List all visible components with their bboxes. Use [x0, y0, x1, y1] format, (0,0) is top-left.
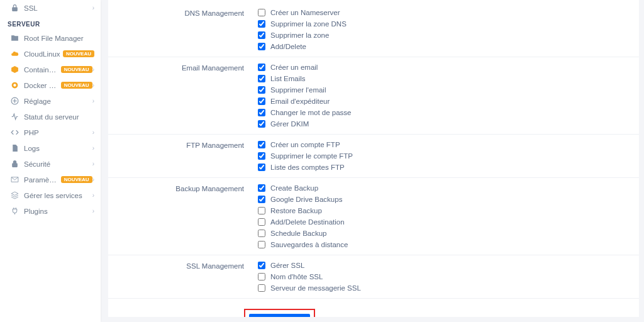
- checkbox[interactable]: [258, 218, 265, 226]
- checkbox[interactable]: [258, 43, 265, 50]
- checkbox[interactable]: [258, 31, 265, 39]
- checkbox[interactable]: [258, 241, 265, 248]
- checkbox[interactable]: [258, 273, 265, 280]
- checkbox[interactable]: [258, 86, 265, 94]
- activity-icon: [10, 113, 19, 121]
- checkbox[interactable]: [258, 9, 265, 16]
- section-ftp-management: FTP Management Créer un compte FTP Suppr…: [108, 135, 639, 178]
- section-dns-management: DNS Management Créer un Nameserver Suppr…: [108, 0, 639, 57]
- option-row[interactable]: Email d'expéditeur: [258, 97, 639, 105]
- chevron-right-icon: ›: [92, 4, 94, 11]
- checkbox[interactable]: [258, 230, 265, 237]
- section-options: Gérer SSL Nom d'hôte SSL Serveur de mess…: [258, 262, 639, 292]
- checkbox[interactable]: [258, 207, 265, 214]
- sidebar-item-php[interactable]: PHP ›: [0, 125, 101, 140]
- chevron-right-icon: ›: [92, 192, 94, 199]
- option-label: Schedule Backup: [270, 230, 327, 237]
- checkbox[interactable]: [258, 262, 265, 269]
- box-icon: [10, 65, 19, 74]
- option-row[interactable]: Serveur de messagerie SSL: [258, 284, 639, 292]
- checkbox[interactable]: [258, 97, 265, 105]
- option-row[interactable]: Add/Delete Destination: [258, 218, 639, 226]
- badge-nouveau: NOUVEAU: [61, 176, 92, 183]
- section-options: Créer un compte FTP Supprimer le compte …: [258, 141, 639, 171]
- option-row[interactable]: Schedule Backup: [258, 230, 639, 237]
- option-label: Gérer DKIM: [270, 120, 309, 128]
- sidebar-item-label: Logs: [24, 145, 92, 152]
- option-label: Gérer SSL: [270, 262, 304, 269]
- option-row[interactable]: Google Drive Backups: [258, 196, 639, 203]
- sidebar-item-gerer-services[interactable]: Gérer les services ›: [0, 187, 101, 203]
- section-options: Créer un Nameserver Supprimer la zone DN…: [258, 9, 639, 50]
- section-title: FTP Management: [108, 141, 258, 171]
- sidebar-item-plugins[interactable]: Plugins ›: [0, 203, 101, 219]
- option-row[interactable]: Gérer DKIM: [258, 120, 639, 128]
- option-label: Add/Delete: [270, 43, 306, 50]
- sidebar-item-label: Root File Manager: [24, 35, 94, 42]
- create-acl-button[interactable]: Create ACL: [249, 314, 310, 317]
- option-row[interactable]: Nom d'hôte SSL: [258, 273, 639, 280]
- checkbox[interactable]: [258, 64, 265, 71]
- option-label: Supprimer la zone DNS: [270, 20, 347, 28]
- lock-icon: [10, 160, 19, 168]
- sidebar-item-docker-manager[interactable]: Docker Manager NOUVEAU ›: [0, 77, 101, 93]
- sidebar-item-label: Réglage: [24, 97, 92, 105]
- sidebar-item-label: Docker Manager: [24, 82, 58, 89]
- option-row[interactable]: Supprimer le compte FTP: [258, 152, 639, 160]
- sidebar: SSL › SERVEUR Root File Manager CloudLin…: [0, 0, 101, 322]
- sidebar-item-cloudlinux[interactable]: CloudLinux NOUVEAU: [0, 46, 101, 62]
- option-row[interactable]: Créer un compte FTP: [258, 141, 639, 148]
- chevron-right-icon: ›: [92, 66, 94, 73]
- option-row[interactable]: Gérer SSL: [258, 262, 639, 269]
- sidebar-item-ssl[interactable]: SSL ›: [0, 0, 101, 16]
- layers-icon: [10, 191, 19, 199]
- option-row[interactable]: Create Backup: [258, 184, 639, 192]
- sidebar-item-statut-serveur[interactable]: Statut du serveur: [0, 109, 101, 125]
- checkbox[interactable]: [258, 141, 265, 148]
- option-row[interactable]: List Emails: [258, 75, 639, 82]
- sidebar-item-reglage[interactable]: Réglage ›: [0, 93, 101, 109]
- sidebar-item-parametres-messagerie[interactable]: Paramètres de messagerie NOUVEAU ›: [0, 172, 101, 187]
- option-label: Create Backup: [270, 184, 318, 192]
- option-label: Supprimer le compte FTP: [270, 152, 353, 160]
- option-row[interactable]: Sauvegardes à distance: [258, 241, 639, 248]
- option-label: Serveur de messagerie SSL: [270, 284, 361, 292]
- checkbox[interactable]: [258, 184, 265, 192]
- chevron-right-icon: ›: [92, 129, 94, 136]
- submit-area: Create ACL: [244, 309, 639, 317]
- option-row[interactable]: Restore Backup: [258, 207, 639, 214]
- sidebar-item-label: Containerization: [24, 66, 58, 74]
- chevron-right-icon: ›: [92, 97, 94, 104]
- checkbox[interactable]: [258, 109, 265, 116]
- sidebar-item-label: Sécurité: [24, 160, 92, 168]
- checkbox[interactable]: [258, 196, 265, 203]
- sidebar-item-logs[interactable]: Logs ›: [0, 140, 101, 156]
- code-icon: [10, 128, 19, 136]
- checkbox[interactable]: [258, 152, 265, 160]
- mail-icon: [10, 175, 19, 184]
- sidebar-item-securite[interactable]: Sécurité ›: [0, 156, 101, 172]
- checkbox[interactable]: [258, 20, 265, 28]
- plug-icon: [10, 207, 19, 215]
- option-row[interactable]: Supprimer la zone: [258, 31, 639, 39]
- option-row[interactable]: Créer un email: [258, 64, 639, 71]
- section-options: Créer un email List Emails Supprimer l'e…: [258, 64, 639, 128]
- chevron-right-icon: ›: [92, 208, 94, 214]
- option-row[interactable]: Créer un Nameserver: [258, 9, 639, 16]
- option-label: Restore Backup: [270, 207, 322, 214]
- checkbox[interactable]: [258, 164, 265, 171]
- option-row[interactable]: Add/Delete: [258, 43, 639, 50]
- option-row[interactable]: Supprimer l'email: [258, 86, 639, 94]
- checkbox[interactable]: [258, 75, 265, 82]
- option-row[interactable]: Liste des comptes FTP: [258, 164, 639, 171]
- acl-form-panel: DNS Management Créer un Nameserver Suppr…: [108, 0, 639, 317]
- checkbox[interactable]: [258, 284, 265, 292]
- option-row[interactable]: Supprimer la zone DNS: [258, 20, 639, 28]
- folder-icon: [10, 34, 19, 42]
- option-row[interactable]: Changer le mot de passe: [258, 109, 639, 116]
- sidebar-item-root-file-manager[interactable]: Root File Manager: [0, 30, 101, 46]
- sidebar-item-containerization[interactable]: Containerization NOUVEAU ›: [0, 62, 101, 77]
- checkbox[interactable]: [258, 120, 265, 128]
- section-backup-management: Backup Management Create Backup Google D…: [108, 178, 639, 255]
- option-label: Changer le mot de passe: [270, 109, 352, 116]
